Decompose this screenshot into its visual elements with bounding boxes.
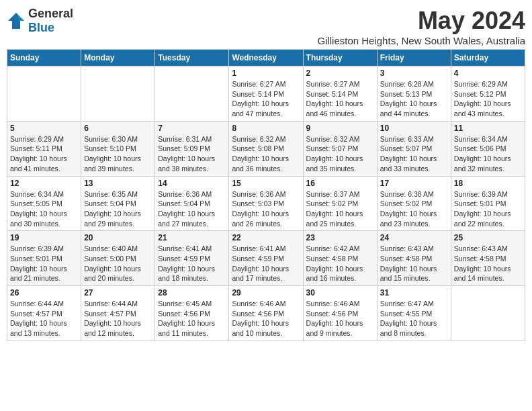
cell-date-number: 20 (84, 233, 152, 242)
calendar-cell: 20Sunrise: 6:40 AM Sunset: 5:00 PM Dayli… (81, 231, 155, 286)
cell-info: Sunrise: 6:27 AM Sunset: 5:14 PM Dayligh… (232, 79, 300, 119)
cell-info: Sunrise: 6:46 AM Sunset: 4:56 PM Dayligh… (306, 299, 374, 338)
calendar-cell: 30Sunrise: 6:46 AM Sunset: 4:56 PM Dayli… (303, 286, 377, 341)
cell-date-number: 29 (232, 288, 300, 298)
cell-info: Sunrise: 6:38 AM Sunset: 5:02 PM Dayligh… (380, 189, 448, 229)
cell-info: Sunrise: 6:32 AM Sunset: 5:07 PM Dayligh… (306, 134, 374, 174)
cell-info: Sunrise: 6:32 AM Sunset: 5:08 PM Dayligh… (232, 134, 300, 174)
day-header-monday: Monday (81, 50, 155, 66)
cell-date-number: 22 (232, 233, 300, 242)
calendar-week-row: 12Sunrise: 6:34 AM Sunset: 5:05 PM Dayli… (7, 176, 525, 231)
logo-blue: Blue (28, 21, 54, 34)
cell-date-number: 5 (10, 124, 78, 133)
cell-info: Sunrise: 6:37 AM Sunset: 5:02 PM Dayligh… (306, 189, 374, 229)
cell-info: Sunrise: 6:44 AM Sunset: 4:57 PM Dayligh… (10, 299, 78, 338)
cell-date-number: 8 (232, 124, 300, 133)
calendar-cell: 27Sunrise: 6:44 AM Sunset: 4:57 PM Dayli… (81, 286, 155, 341)
cell-date-number: 3 (380, 68, 448, 78)
cell-date-number: 6 (84, 124, 152, 133)
month-title: May 2024 (317, 7, 525, 35)
calendar-week-row: 5Sunrise: 6:29 AM Sunset: 5:11 PM Daylig… (7, 121, 525, 176)
cell-info: Sunrise: 6:36 AM Sunset: 5:04 PM Dayligh… (158, 189, 226, 229)
calendar-cell (81, 66, 155, 122)
cell-date-number: 1 (232, 68, 300, 78)
cell-date-number: 18 (454, 179, 522, 188)
page-header: General Blue May 2024 Gillieston Heights… (7, 7, 525, 46)
cell-date-number: 11 (454, 124, 522, 133)
cell-info: Sunrise: 6:41 AM Sunset: 4:59 PM Dayligh… (158, 244, 226, 283)
cell-info: Sunrise: 6:46 AM Sunset: 4:56 PM Dayligh… (232, 299, 300, 338)
cell-info: Sunrise: 6:45 AM Sunset: 4:56 PM Dayligh… (158, 299, 226, 338)
calendar-week-row: 1Sunrise: 6:27 AM Sunset: 5:14 PM Daylig… (7, 66, 525, 122)
cell-info: Sunrise: 6:47 AM Sunset: 4:55 PM Dayligh… (380, 299, 448, 338)
calendar-week-row: 19Sunrise: 6:39 AM Sunset: 5:01 PM Dayli… (7, 231, 525, 286)
cell-date-number: 17 (380, 179, 448, 188)
day-header-saturday: Saturday (451, 50, 525, 66)
calendar-header-row: SundayMondayTuesdayWednesdayThursdayFrid… (7, 50, 525, 66)
cell-info: Sunrise: 6:28 AM Sunset: 5:13 PM Dayligh… (380, 79, 448, 119)
cell-info: Sunrise: 6:39 AM Sunset: 5:01 PM Dayligh… (10, 244, 78, 283)
calendar-cell: 5Sunrise: 6:29 AM Sunset: 5:11 PM Daylig… (7, 121, 81, 176)
cell-info: Sunrise: 6:33 AM Sunset: 5:07 PM Dayligh… (380, 134, 448, 174)
cell-date-number: 2 (306, 68, 374, 78)
cell-date-number: 19 (10, 233, 78, 242)
calendar-cell: 7Sunrise: 6:31 AM Sunset: 5:09 PM Daylig… (155, 121, 229, 176)
day-header-tuesday: Tuesday (155, 50, 229, 66)
calendar-cell: 24Sunrise: 6:43 AM Sunset: 4:58 PM Dayli… (377, 231, 451, 286)
cell-date-number: 12 (10, 179, 78, 188)
cell-info: Sunrise: 6:34 AM Sunset: 5:05 PM Dayligh… (10, 189, 78, 229)
cell-date-number: 9 (306, 124, 374, 133)
calendar-week-row: 26Sunrise: 6:44 AM Sunset: 4:57 PM Dayli… (7, 286, 525, 341)
logo-general: General (28, 7, 73, 20)
calendar-cell (451, 286, 525, 341)
cell-info: Sunrise: 6:29 AM Sunset: 5:12 PM Dayligh… (454, 79, 522, 119)
logo-icon (7, 11, 26, 30)
cell-info: Sunrise: 6:40 AM Sunset: 5:00 PM Dayligh… (84, 244, 152, 283)
calendar-cell (155, 66, 229, 122)
calendar-cell: 6Sunrise: 6:30 AM Sunset: 5:10 PM Daylig… (81, 121, 155, 176)
cell-date-number: 16 (306, 179, 374, 188)
cell-info: Sunrise: 6:39 AM Sunset: 5:01 PM Dayligh… (454, 189, 522, 229)
logo-text: General Blue (28, 7, 73, 35)
cell-date-number: 26 (10, 288, 78, 298)
cell-date-number: 7 (158, 124, 226, 133)
cell-date-number: 13 (84, 179, 152, 188)
calendar-cell: 19Sunrise: 6:39 AM Sunset: 5:01 PM Dayli… (7, 231, 81, 286)
cell-info: Sunrise: 6:43 AM Sunset: 4:58 PM Dayligh… (454, 244, 522, 283)
calendar-cell: 3Sunrise: 6:28 AM Sunset: 5:13 PM Daylig… (377, 66, 451, 122)
calendar-cell: 1Sunrise: 6:27 AM Sunset: 5:14 PM Daylig… (229, 66, 303, 122)
cell-info: Sunrise: 6:41 AM Sunset: 4:59 PM Dayligh… (232, 244, 300, 283)
calendar-cell: 4Sunrise: 6:29 AM Sunset: 5:12 PM Daylig… (451, 66, 525, 122)
cell-info: Sunrise: 6:36 AM Sunset: 5:03 PM Dayligh… (232, 189, 300, 229)
calendar-cell: 21Sunrise: 6:41 AM Sunset: 4:59 PM Dayli… (155, 231, 229, 286)
calendar-cell: 18Sunrise: 6:39 AM Sunset: 5:01 PM Dayli… (451, 176, 525, 231)
calendar-cell (7, 66, 81, 122)
calendar-cell: 10Sunrise: 6:33 AM Sunset: 5:07 PM Dayli… (377, 121, 451, 176)
calendar-cell: 13Sunrise: 6:35 AM Sunset: 5:04 PM Dayli… (81, 176, 155, 231)
logo: General Blue (7, 7, 73, 35)
cell-date-number: 23 (306, 233, 374, 242)
cell-date-number: 21 (158, 233, 226, 242)
day-header-thursday: Thursday (303, 50, 377, 66)
calendar-cell: 15Sunrise: 6:36 AM Sunset: 5:03 PM Dayli… (229, 176, 303, 231)
calendar-cell: 23Sunrise: 6:42 AM Sunset: 4:58 PM Dayli… (303, 231, 377, 286)
cell-info: Sunrise: 6:29 AM Sunset: 5:11 PM Dayligh… (10, 134, 78, 174)
day-header-sunday: Sunday (7, 50, 81, 66)
calendar-cell: 29Sunrise: 6:46 AM Sunset: 4:56 PM Dayli… (229, 286, 303, 341)
cell-info: Sunrise: 6:42 AM Sunset: 4:58 PM Dayligh… (306, 244, 374, 283)
cell-info: Sunrise: 6:35 AM Sunset: 5:04 PM Dayligh… (84, 189, 152, 229)
cell-date-number: 10 (380, 124, 448, 133)
calendar-cell: 22Sunrise: 6:41 AM Sunset: 4:59 PM Dayli… (229, 231, 303, 286)
cell-date-number: 15 (232, 179, 300, 188)
day-header-friday: Friday (377, 50, 451, 66)
cell-info: Sunrise: 6:44 AM Sunset: 4:57 PM Dayligh… (84, 299, 152, 338)
calendar-cell: 8Sunrise: 6:32 AM Sunset: 5:08 PM Daylig… (229, 121, 303, 176)
cell-date-number: 27 (84, 288, 152, 298)
calendar-cell: 9Sunrise: 6:32 AM Sunset: 5:07 PM Daylig… (303, 121, 377, 176)
cell-info: Sunrise: 6:43 AM Sunset: 4:58 PM Dayligh… (380, 244, 448, 283)
calendar-cell: 12Sunrise: 6:34 AM Sunset: 5:05 PM Dayli… (7, 176, 81, 231)
cell-info: Sunrise: 6:31 AM Sunset: 5:09 PM Dayligh… (158, 134, 226, 174)
calendar-cell: 14Sunrise: 6:36 AM Sunset: 5:04 PM Dayli… (155, 176, 229, 231)
calendar-cell: 25Sunrise: 6:43 AM Sunset: 4:58 PM Dayli… (451, 231, 525, 286)
cell-info: Sunrise: 6:34 AM Sunset: 5:06 PM Dayligh… (454, 134, 522, 174)
